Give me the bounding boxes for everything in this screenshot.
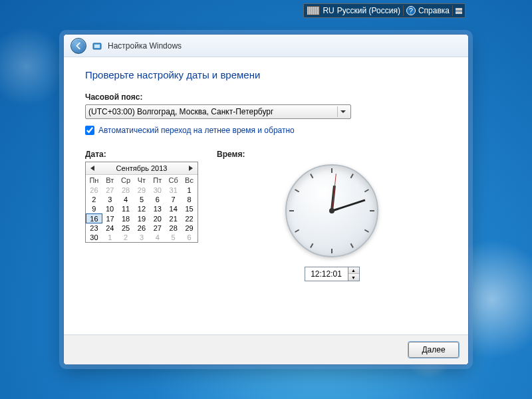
calendar-day[interactable]: 4	[118, 195, 134, 204]
timezone-value: (UTC+03:00) Волгоград, Москва, Санкт-Пет…	[88, 107, 273, 116]
calendar-day[interactable]: 24	[102, 223, 118, 233]
calendar-day[interactable]: 9	[86, 204, 102, 214]
clock-tick	[331, 168, 332, 173]
calendar-dow: Ср	[118, 175, 134, 186]
clock-tick	[364, 229, 369, 233]
calendar-day[interactable]: 4	[150, 233, 166, 242]
clock-tick	[289, 210, 294, 211]
analog-clock	[285, 164, 378, 257]
calendar-day[interactable]: 7	[166, 195, 182, 204]
calendar-day[interactable]: 27	[102, 186, 118, 195]
calendar-day[interactable]: 14	[166, 204, 182, 214]
calendar-month-title[interactable]: Сентябрь 2013	[116, 164, 168, 172]
dst-checkbox[interactable]	[85, 126, 94, 135]
calendar-day[interactable]: 28	[118, 186, 134, 195]
svg-rect-1	[94, 45, 100, 48]
content-area: Проверьте настройку даты и времени Часов…	[64, 57, 468, 334]
date-label: Дата:	[85, 150, 198, 159]
calendar-day[interactable]: 1	[182, 186, 198, 195]
time-input[interactable]	[305, 267, 348, 281]
calendar-day[interactable]: 22	[182, 214, 198, 223]
page-heading: Проверьте настройку даты и времени	[85, 69, 447, 80]
calendar-dow: Чт	[134, 175, 150, 186]
calendar-day[interactable]: 5	[166, 233, 182, 242]
calendar-day[interactable]: 12	[134, 204, 150, 214]
clock-center	[329, 208, 334, 213]
calendar-day[interactable]: 15	[182, 204, 198, 214]
calendar-day[interactable]: 19	[134, 214, 150, 223]
calendar-dow: Вт	[102, 175, 118, 186]
calendar-day[interactable]: 26	[86, 186, 102, 195]
calendar-day[interactable]: 13	[150, 204, 166, 214]
setup-window: Настройка Windows Проверьте настройку да…	[63, 34, 469, 365]
calendar-grid: ПнВтСрЧтПтСбВс 2627282930311234567891011…	[86, 175, 198, 242]
dst-label: Автоматический переход на летнее время и…	[98, 126, 295, 135]
footer: Далее	[64, 334, 468, 364]
clock-tick	[310, 174, 313, 178]
calendar-day[interactable]: 30	[150, 186, 166, 195]
clock-tick	[364, 189, 369, 192]
help-label[interactable]: Справка	[418, 6, 450, 15]
separator	[403, 5, 404, 16]
time-label: Время:	[217, 150, 447, 159]
decorative-flare	[0, 27, 66, 106]
clock-tick	[295, 189, 299, 192]
clock-tick	[370, 210, 374, 211]
calendar-day[interactable]: 2	[86, 195, 102, 204]
calendar-day[interactable]: 17	[102, 214, 118, 223]
calendar-day[interactable]: 3	[102, 195, 118, 204]
calendar-prev-button[interactable]	[88, 164, 96, 172]
calendar-dow: Сб	[166, 175, 182, 186]
chevron-down-icon	[337, 106, 348, 117]
calendar-day[interactable]: 27	[150, 223, 166, 233]
calendar-day[interactable]: 10	[102, 204, 118, 214]
language-code: RU	[323, 6, 334, 15]
calendar-day[interactable]: 21	[166, 214, 182, 223]
calendar-day[interactable]: 29	[182, 223, 198, 233]
dst-checkbox-row[interactable]: Автоматический переход на летнее время и…	[85, 126, 447, 135]
calendar-dow: Пн	[86, 175, 102, 186]
calendar-day[interactable]: 11	[118, 204, 134, 214]
calendar-header: Сентябрь 2013	[86, 162, 198, 175]
time-spinner: ▲ ▼	[348, 267, 360, 281]
window-title: Настройка Windows	[108, 41, 182, 51]
calendar-next-button[interactable]	[187, 164, 195, 172]
calendar-day[interactable]: 3	[134, 233, 150, 242]
timezone-select[interactable]: (UTC+03:00) Волгоград, Москва, Санкт-Пет…	[85, 104, 351, 119]
language-bar[interactable]: RU Русский (Россия) ? Справка	[303, 3, 466, 18]
help-icon[interactable]: ?	[406, 6, 416, 15]
calendar-dow: Пт	[150, 175, 166, 186]
calendar-day[interactable]: 2	[118, 233, 134, 242]
calendar-day[interactable]: 30	[86, 233, 102, 242]
calendar-day[interactable]: 5	[134, 195, 150, 204]
back-arrow-icon	[74, 41, 83, 51]
collapse-button[interactable]	[456, 8, 462, 14]
calendar-day[interactable]: 28	[166, 223, 182, 233]
calendar-day[interactable]: 29	[134, 186, 150, 195]
calendar-day[interactable]: 26	[134, 223, 150, 233]
back-button[interactable]	[70, 38, 86, 54]
clock-tick	[350, 174, 354, 178]
calendar-day[interactable]: 31	[166, 186, 182, 195]
minute-hand	[332, 200, 365, 212]
calendar-dow: Вс	[182, 175, 198, 186]
keyboard-icon	[307, 6, 320, 15]
calendar-day[interactable]: 6	[182, 233, 198, 242]
calendar-day[interactable]: 25	[118, 223, 134, 233]
time-spin-down[interactable]: ▼	[348, 274, 359, 281]
calendar-day[interactable]: 1	[102, 233, 118, 242]
time-spin-up[interactable]: ▲	[348, 267, 359, 274]
clock-tick	[350, 243, 354, 248]
setup-icon	[92, 41, 102, 51]
calendar-day[interactable]: 18	[118, 214, 134, 223]
next-button[interactable]: Далее	[408, 342, 459, 358]
calendar: Сентябрь 2013 ПнВтСрЧтПтСбВс 26272829303…	[85, 162, 198, 243]
calendar-day[interactable]: 8	[182, 195, 198, 204]
calendar-day[interactable]: 6	[150, 195, 166, 204]
clock-tick	[295, 229, 299, 233]
calendar-day[interactable]: 16	[86, 214, 102, 223]
titlebar: Настройка Windows	[64, 35, 468, 57]
calendar-day[interactable]: 23	[86, 223, 102, 233]
calendar-day[interactable]: 20	[150, 214, 166, 223]
separator	[452, 5, 453, 16]
